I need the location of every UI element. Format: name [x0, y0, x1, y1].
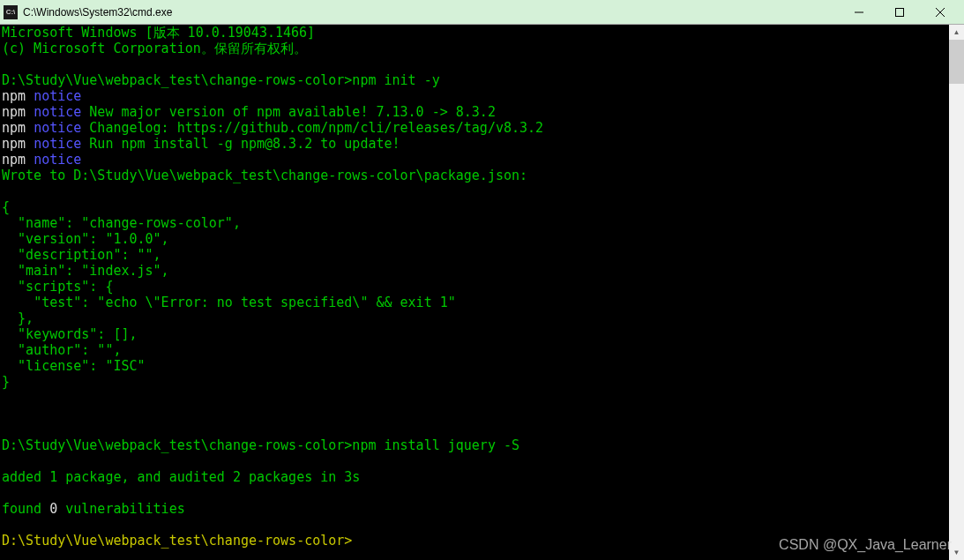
- prompt-path: D:\Study\Vue\webpack_test\change-rows-co…: [2, 533, 352, 549]
- result-line: added 1 package, and audited 2 packages …: [2, 469, 360, 485]
- npm-prefix: npm: [2, 136, 26, 152]
- window-titlebar: C:\ C:\Windows\System32\cmd.exe: [0, 0, 964, 25]
- maximize-icon: [895, 8, 904, 17]
- prompt-path: D:\Study\Vue\webpack_test\change-rows-co…: [2, 437, 352, 453]
- scroll-thumb[interactable]: [949, 40, 964, 84]
- scroll-up-button[interactable]: ▲: [949, 25, 964, 40]
- terminal-output[interactable]: Microsoft Windows [版本 10.0.19043.1466] (…: [0, 25, 949, 560]
- json-output: { "name": "change-rows-color", "version"…: [2, 199, 456, 390]
- npm-prefix: npm: [2, 152, 26, 168]
- prompt-path: D:\Study\Vue\webpack_test\change-rows-co…: [2, 72, 352, 88]
- header-line: (c) Microsoft Corporation。保留所有权利。: [2, 41, 307, 56]
- prompt-command: npm install jquery -S: [352, 437, 519, 453]
- npm-notice: notice: [34, 88, 81, 104]
- vuln-count: 0: [49, 501, 57, 517]
- minimize-icon: [855, 8, 863, 17]
- wrote-line: Wrote to D:\Study\Vue\webpack_test\chang…: [2, 168, 527, 183]
- npm-notice: notice: [34, 136, 81, 152]
- npm-prefix: npm: [2, 120, 26, 136]
- result-line: found: [2, 501, 49, 517]
- vertical-scrollbar[interactable]: ▲ ▼: [949, 25, 964, 560]
- maximize-button[interactable]: [879, 0, 920, 25]
- notice-text: Changelog: https://github.com/npm/cli/re…: [89, 120, 543, 136]
- npm-notice: notice: [34, 152, 81, 168]
- prompt-command: npm init -y: [352, 72, 439, 88]
- minimize-button[interactable]: [839, 0, 879, 25]
- close-icon: [936, 8, 945, 17]
- close-button[interactable]: [920, 0, 960, 25]
- npm-notice: notice: [34, 120, 81, 136]
- result-line: vulnerabilities: [57, 501, 185, 517]
- terminal-wrapper: Microsoft Windows [版本 10.0.19043.1466] (…: [0, 25, 964, 560]
- svg-rect-1: [896, 8, 904, 16]
- window-controls: [839, 0, 960, 25]
- cmd-icon: C:\: [4, 5, 18, 19]
- npm-prefix: npm: [2, 104, 26, 120]
- npm-notice: notice: [34, 104, 81, 120]
- header-line: Microsoft Windows [版本 10.0.19043.1466]: [2, 25, 315, 41]
- window-title: C:\Windows\System32\cmd.exe: [23, 6, 839, 19]
- npm-prefix: npm: [2, 88, 26, 104]
- watermark-text: CSDN @QX_Java_Learner: [779, 537, 952, 553]
- notice-text: New major version of npm available! 7.13…: [89, 104, 496, 120]
- notice-text: Run npm install -g npm@8.3.2 to update!: [89, 136, 400, 152]
